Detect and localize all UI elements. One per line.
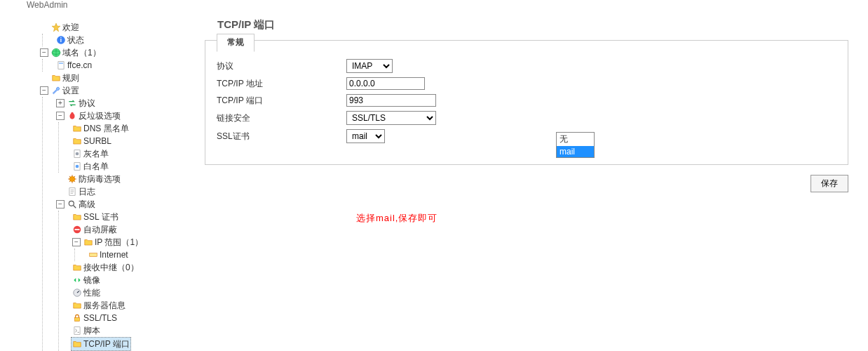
sidebar-item-script[interactable]: 脚本 bbox=[71, 324, 196, 337]
cert-dropdown-list[interactable]: 无 mail bbox=[556, 132, 595, 158]
sidebar-item-label: 防病毒选项 bbox=[79, 173, 121, 185]
expand-toggle[interactable]: + bbox=[56, 99, 65, 107]
svg-point-11 bbox=[76, 152, 79, 156]
tab-general[interactable]: 常规 bbox=[217, 34, 255, 52]
sidebar-item-rules[interactable]: 规则 bbox=[39, 72, 196, 84]
sidebar-item-settings[interactable]: − 设置 bbox=[39, 84, 196, 97]
svg-rect-27 bbox=[74, 327, 80, 335]
sidebar-item-relay[interactable]: 接收中继（0） bbox=[71, 261, 196, 274]
sidebar-item-whitelist[interactable]: 白名单 bbox=[71, 160, 196, 173]
main-content: TCP/IP 端口 常规 协议 IMAP TCP/IP 地址 TCP/IP 端口… bbox=[196, 15, 868, 351]
sidebar-item-label: 接收中继（0） bbox=[83, 261, 139, 274]
sidebar-item-advanced[interactable]: − 高级 bbox=[55, 198, 196, 211]
sidebar-item-label: 镜像 bbox=[83, 274, 100, 286]
cert-option-mail[interactable]: mail bbox=[557, 146, 594, 157]
search-icon bbox=[67, 199, 77, 209]
page-icon bbox=[56, 60, 66, 70]
sidebar-item-protocols[interactable]: + 协议 bbox=[55, 97, 196, 110]
svg-point-19 bbox=[69, 201, 74, 206]
svg-rect-7 bbox=[59, 63, 63, 64]
globe-icon bbox=[51, 48, 61, 58]
sidebar-item-ip-range[interactable]: − IP 范围（1） bbox=[71, 236, 196, 249]
page-icon bbox=[72, 149, 82, 159]
block-icon bbox=[72, 225, 82, 234]
svg-line-20 bbox=[74, 206, 76, 208]
sidebar-item-ssl-tls[interactable]: SSL/TLS bbox=[71, 312, 196, 324]
folder-icon bbox=[72, 136, 82, 146]
sidebar-item-label: 协议 bbox=[79, 97, 95, 110]
collapse-toggle[interactable]: − bbox=[56, 112, 65, 120]
label-security: 链接安全 bbox=[217, 112, 346, 124]
sidebar-item-label: 设置 bbox=[62, 84, 79, 97]
page-icon bbox=[72, 161, 82, 171]
sidebar-item-mirror[interactable]: 镜像 bbox=[71, 274, 196, 286]
sidebar-item-tcpip-port[interactable]: TCP/IP 端口 bbox=[71, 337, 131, 351]
sidebar-item-welcome[interactable]: 欢迎 bbox=[39, 21, 196, 34]
script-icon bbox=[72, 326, 82, 336]
sidebar-item-auto-ban[interactable]: 自动屏蔽 bbox=[71, 223, 196, 236]
sidebar-item-label: 日志 bbox=[79, 185, 95, 198]
sidebar-item-surbl[interactable]: SURBL bbox=[71, 135, 196, 147]
input-address[interactable] bbox=[346, 77, 425, 90]
select-protocol[interactable]: IMAP bbox=[346, 59, 393, 73]
collapse-toggle[interactable]: − bbox=[40, 48, 48, 57]
sidebar-item-domain-ffce[interactable]: ffce.cn bbox=[55, 59, 196, 72]
virus-icon bbox=[67, 174, 77, 184]
sidebar-item-domains[interactable]: − 域名（1） bbox=[39, 46, 196, 59]
folder-icon bbox=[72, 212, 82, 222]
svg-rect-23 bbox=[90, 253, 97, 257]
hint-text: 选择mail,保存即可 bbox=[356, 212, 848, 225]
breadcrumb: WebAdmin bbox=[0, 0, 868, 15]
sidebar-item-dns-blacklist[interactable]: DNS 黑名单 bbox=[71, 122, 196, 135]
sidebar-item-internet[interactable]: Internet bbox=[87, 249, 196, 261]
collapse-toggle[interactable]: − bbox=[72, 238, 81, 246]
sidebar-item-label: Internet bbox=[100, 249, 128, 261]
svg-rect-26 bbox=[75, 317, 80, 321]
cert-option-none[interactable]: 无 bbox=[557, 133, 594, 146]
page-title: TCP/IP 端口 bbox=[217, 18, 848, 32]
sidebar-item-label: IP 范围（1） bbox=[95, 236, 143, 249]
sidebar-item-label: SSL 证书 bbox=[83, 211, 118, 223]
lock-icon bbox=[72, 313, 82, 323]
sidebar: 欢迎 i 状态 − 域名（1） bbox=[0, 15, 196, 351]
folder-icon bbox=[72, 124, 82, 133]
label-port: TCP/IP 端口 bbox=[217, 95, 346, 107]
sidebar-item-label: 白名单 bbox=[83, 160, 109, 173]
sidebar-item-label: DNS 黑名单 bbox=[83, 122, 129, 135]
label-protocol: 协议 bbox=[217, 60, 346, 72]
save-button[interactable]: 保存 bbox=[811, 175, 848, 192]
sidebar-item-antivirus[interactable]: 防病毒选项 bbox=[55, 173, 196, 185]
sidebar-item-label: 脚本 bbox=[83, 324, 100, 337]
gauge-icon bbox=[72, 288, 82, 298]
svg-text:i: i bbox=[60, 37, 62, 44]
sidebar-item-server-info[interactable]: 服务器信息 bbox=[71, 299, 196, 312]
sidebar-item-status[interactable]: i 状态 bbox=[55, 34, 196, 46]
label-address: TCP/IP 地址 bbox=[217, 78, 346, 90]
sidebar-item-label: 性能 bbox=[83, 286, 100, 299]
sidebar-item-label: 状态 bbox=[67, 34, 84, 46]
sidebar-item-label: ffce.cn bbox=[67, 59, 92, 72]
label-cert: SSL证书 bbox=[217, 131, 346, 143]
sidebar-item-ssl-cert[interactable]: SSL 证书 bbox=[71, 211, 196, 223]
sidebar-item-greylist[interactable]: 灰名单 bbox=[71, 147, 196, 160]
sidebar-item-log[interactable]: 日志 bbox=[55, 185, 196, 198]
select-cert[interactable]: mail bbox=[346, 129, 385, 143]
range-icon bbox=[88, 250, 98, 260]
settings-panel: 常规 协议 IMAP TCP/IP 地址 TCP/IP 端口 链接安全 SSL/… bbox=[205, 40, 848, 165]
bug-icon bbox=[67, 111, 77, 121]
sidebar-item-label: 自动屏蔽 bbox=[83, 223, 117, 236]
folder-icon bbox=[72, 263, 82, 272]
collapse-toggle[interactable]: − bbox=[56, 200, 65, 208]
sidebar-item-antispam[interactable]: − 反垃圾选项 bbox=[55, 110, 196, 122]
folder-icon bbox=[72, 300, 82, 310]
sidebar-item-label: 域名（1） bbox=[62, 46, 101, 59]
svg-point-9 bbox=[71, 112, 74, 115]
sidebar-item-performance[interactable]: 性能 bbox=[71, 286, 196, 299]
star-icon bbox=[51, 22, 61, 32]
mirror-icon bbox=[72, 275, 82, 285]
sidebar-item-label: SSL/TLS bbox=[83, 312, 117, 324]
collapse-toggle[interactable]: − bbox=[40, 86, 48, 95]
input-port[interactable] bbox=[346, 94, 436, 107]
select-security[interactable]: SSL/TLS bbox=[346, 111, 436, 125]
sidebar-item-label: 服务器信息 bbox=[83, 299, 126, 312]
